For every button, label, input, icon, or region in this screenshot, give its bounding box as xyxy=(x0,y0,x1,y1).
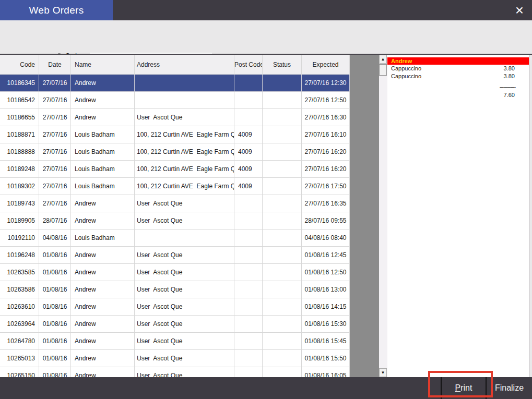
table-row[interactable]: 1018888827/07/16Louis Badham100, 212 Cur… xyxy=(0,143,350,161)
orders-table-header: CodeDateNameAddressPost CodeStatusExpect… xyxy=(0,55,350,75)
close-icon[interactable]: × xyxy=(509,0,530,20)
scrollbar-thumb[interactable] xyxy=(379,64,387,76)
cell-post_code xyxy=(234,264,263,281)
order-detail-panel: Andrew Cappuccino3.80Cappuccino3.80 ----… xyxy=(387,55,529,380)
cell-expected: 27/07/16 16:35 xyxy=(302,195,350,212)
column-header-code: Code xyxy=(0,55,39,75)
order-item-price: 3.80 xyxy=(504,65,515,72)
table-row[interactable]: 1026515001/08/16AndrewUser Ascot Que01/0… xyxy=(0,367,350,377)
cell-name: Andrew xyxy=(71,264,135,281)
cell-status xyxy=(263,350,302,367)
column-header-expected: Expected xyxy=(302,55,350,75)
cell-expected: 01/08/16 13:00 xyxy=(302,281,350,298)
cell-date: 27/07/16 xyxy=(39,143,71,161)
table-row[interactable]: 1026501301/08/16AndrewUser Ascot Que01/0… xyxy=(0,350,350,367)
cell-address: 100, 212 Curtin AVE Eagle Farm Qu xyxy=(135,126,234,143)
table-row[interactable]: 1026358601/08/16AndrewUser Ascot Que01/0… xyxy=(0,281,350,298)
cell-date: 27/07/16 xyxy=(39,92,71,109)
table-row[interactable]: 1026361001/08/16AndrewUser Ascot Que01/0… xyxy=(0,298,350,316)
column-header-status: Status xyxy=(263,55,302,75)
cell-expected: 27/07/16 16:10 xyxy=(302,126,350,143)
cell-status xyxy=(263,316,302,333)
table-row[interactable]: 1019624801/08/16AndrewUser Ascot Que01/0… xyxy=(0,247,350,264)
cell-post_code xyxy=(234,229,263,247)
cell-date: 27/07/16 xyxy=(39,161,71,178)
cell-post_code xyxy=(234,92,263,109)
cell-code: 10263610 xyxy=(0,298,39,316)
finalize-button[interactable]: Finalize xyxy=(487,377,532,399)
table-row[interactable]: 1018665527/07/16AndrewUser Ascot Que27/0… xyxy=(0,109,350,126)
print-button[interactable]: Print xyxy=(442,377,486,399)
table-row[interactable]: 1026478001/08/16AndrewUser Ascot Que01/0… xyxy=(0,333,350,350)
cell-address: User Ascot Que xyxy=(135,281,234,298)
cell-code: 10189248 xyxy=(0,161,39,178)
cell-post_code xyxy=(234,333,263,350)
table-row[interactable]: 1018990528/07/16AndrewUser Ascot Que28/0… xyxy=(0,212,350,229)
cell-address: User Ascot Que xyxy=(135,109,234,126)
column-header-address: Address xyxy=(135,55,234,75)
cell-code: 10186542 xyxy=(0,92,39,109)
cell-status xyxy=(263,178,302,195)
cell-code: 10263585 xyxy=(0,264,39,281)
table-row[interactable]: 1018654227/07/16Andrew27/07/16 12:50 xyxy=(0,92,350,109)
cell-status xyxy=(263,195,302,212)
table-row[interactable]: 1019211004/08/16Louis Badham04/08/16 08:… xyxy=(0,229,350,247)
print-label-rest: rint xyxy=(460,383,472,392)
column-header-name: Name xyxy=(71,55,135,75)
cell-address xyxy=(135,75,234,92)
table-row[interactable]: 1018634527/07/16Andrew27/07/16 12:30 xyxy=(0,75,350,92)
cell-date: 01/08/16 xyxy=(39,367,71,377)
cell-code: 10265013 xyxy=(0,350,39,367)
cell-address: User Ascot Que xyxy=(135,264,234,281)
cell-status xyxy=(263,281,302,298)
cell-address: User Ascot Que xyxy=(135,367,234,377)
cell-name: Andrew xyxy=(71,247,135,264)
cell-status xyxy=(263,229,302,247)
order-total: 7.60 xyxy=(387,92,529,98)
cell-expected: 04/08/16 08:40 xyxy=(302,229,350,247)
table-row[interactable]: 1018930227/07/16Louis Badham100, 212 Cur… xyxy=(0,178,350,195)
scroll-up-icon[interactable]: ▲ xyxy=(379,55,387,64)
page-title: Web Orders xyxy=(0,0,113,20)
cell-expected: 27/07/16 12:50 xyxy=(302,92,350,109)
cell-date: 01/08/16 xyxy=(39,264,71,281)
cell-expected: 01/08/16 15:45 xyxy=(302,333,350,350)
table-row[interactable]: 1026358501/08/16AndrewUser Ascot Que01/0… xyxy=(0,264,350,281)
order-item-price: 3.80 xyxy=(504,72,515,80)
cell-address xyxy=(135,229,234,247)
cell-name: Andrew xyxy=(71,109,135,126)
cell-status xyxy=(263,126,302,143)
cell-post_code xyxy=(234,350,263,367)
cell-name: Louis Badham xyxy=(71,143,135,161)
cell-date: 01/08/16 xyxy=(39,247,71,264)
cell-date: 27/07/16 xyxy=(39,109,71,126)
orders-table-body: 1018634527/07/16Andrew27/07/16 12:301018… xyxy=(0,75,350,377)
table-row[interactable]: 1018974327/07/16AndrewUser Ascot Que27/0… xyxy=(0,195,350,212)
cell-name: Andrew xyxy=(71,298,135,316)
cell-code: 10188871 xyxy=(0,126,39,143)
cell-post_code: 4009 xyxy=(234,178,263,195)
cell-date: 27/07/16 xyxy=(39,195,71,212)
table-row[interactable]: 1018924827/07/16Louis Badham100, 212 Cur… xyxy=(0,161,350,178)
vertical-scrollbar[interactable]: ▲ ▼ xyxy=(379,55,387,377)
order-item: Cappuccino3.80 xyxy=(387,65,529,72)
panel-gap xyxy=(350,55,379,377)
table-row[interactable]: 1026396401/08/16AndrewUser Ascot Que01/0… xyxy=(0,316,350,333)
cell-name: Andrew xyxy=(71,350,135,367)
cell-address: User Ascot Que xyxy=(135,247,234,264)
cell-expected: 01/08/16 15:30 xyxy=(302,316,350,333)
cell-date: 01/08/16 xyxy=(39,333,71,350)
cell-post_code: 4009 xyxy=(234,161,263,178)
cell-date: 01/08/16 xyxy=(39,316,71,333)
cell-expected: 27/07/16 17:50 xyxy=(302,178,350,195)
cell-status xyxy=(263,212,302,229)
cell-code: 10189302 xyxy=(0,178,39,195)
table-row[interactable]: 1018887127/07/16Louis Badham100, 212 Cur… xyxy=(0,126,350,143)
cell-status xyxy=(263,247,302,264)
cell-expected: 27/07/16 12:30 xyxy=(302,75,350,92)
scroll-down-icon[interactable]: ▼ xyxy=(379,368,387,377)
search-bar: Search For Code Name > xyxy=(0,20,532,54)
cell-expected: 27/07/16 16:30 xyxy=(302,109,350,126)
cell-expected: 01/08/16 14:15 xyxy=(302,298,350,316)
cell-code: 10186345 xyxy=(0,75,39,92)
